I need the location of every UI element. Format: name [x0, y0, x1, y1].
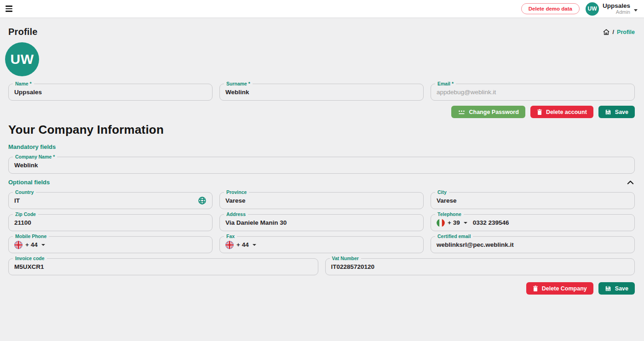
telephone-label: Telephone	[435, 211, 464, 217]
optional-fields-label: Optional fields	[8, 179, 50, 186]
delete-account-label: Delete account	[546, 109, 587, 115]
telephone-field[interactable]: Telephone + 39 0332 239546	[431, 214, 635, 231]
uk-flag-icon	[225, 241, 234, 249]
save-icon	[605, 285, 611, 292]
email-field-value: appdebug@weblink.it	[437, 89, 496, 96]
certified-email-label: Certified email	[435, 233, 473, 239]
save-profile-label: Save	[615, 109, 628, 115]
main-content: Profile / Profile UW Name * Uppsales Sur…	[0, 17, 644, 295]
zip-code-field[interactable]: Zip Code 21100	[8, 214, 213, 231]
surname-field-label: Surname *	[224, 80, 253, 87]
surname-field-value: Weblink	[225, 89, 249, 96]
save-company-button[interactable]: Save	[598, 282, 635, 295]
uk-flag-icon	[14, 241, 23, 249]
delete-account-button[interactable]: Delete account	[530, 106, 593, 118]
delete-company-button[interactable]: Delete Company	[526, 282, 593, 295]
city-field[interactable]: City Varese	[431, 192, 635, 209]
zip-code-value: 21100	[14, 219, 31, 226]
name-field[interactable]: Name * Uppsales	[8, 84, 213, 101]
password-dots-icon	[458, 109, 466, 115]
surname-field[interactable]: Surname * Weblink	[219, 84, 424, 101]
mobile-dial-selector[interactable]: + 44	[14, 241, 45, 249]
trash-icon	[537, 109, 542, 115]
italy-flag-icon	[437, 219, 445, 227]
save-icon	[605, 109, 611, 115]
user-avatar: UW	[586, 2, 599, 16]
caret-down-icon	[41, 244, 45, 246]
save-company-label: Save	[615, 285, 628, 292]
save-profile-button[interactable]: Save	[598, 106, 635, 118]
name-field-value: Uppsales	[14, 89, 42, 96]
invoice-code-value: M5UXCR1	[14, 263, 44, 270]
fax-label: Fax	[224, 233, 237, 239]
profile-avatar[interactable]: UW	[5, 42, 39, 76]
fax-field[interactable]: Fax + 44	[219, 236, 424, 253]
collapse-optional-button[interactable]	[626, 179, 635, 186]
breadcrumb-separator: /	[613, 29, 614, 35]
mobile-dial-code: + 44	[25, 241, 38, 248]
user-role: Admin	[616, 9, 630, 15]
email-field[interactable]: Email * appdebug@weblink.it	[431, 84, 635, 101]
caret-down-icon	[253, 244, 256, 246]
address-label: Address	[224, 211, 248, 217]
address-field[interactable]: Address Via Daniele Manin 30	[219, 214, 424, 231]
company-name-label: Company Name *	[13, 153, 57, 160]
breadcrumb-current[interactable]: Profile	[617, 29, 635, 35]
caret-down-icon	[464, 222, 467, 224]
name-field-label: Name *	[13, 80, 34, 87]
zip-code-label: Zip Code	[13, 211, 38, 217]
user-name: Uppsales	[603, 2, 630, 10]
user-menu[interactable]: UW Uppsales Admin	[586, 2, 638, 16]
top-bar: Delete demo data UW Uppsales Admin	[0, 0, 644, 17]
globe-icon[interactable]	[198, 196, 207, 205]
delete-company-label: Delete Company	[542, 285, 587, 292]
mandatory-fields-label: Mandatory fields	[8, 143, 635, 150]
fax-dial-code: + 44	[236, 241, 249, 248]
email-field-label: Email *	[435, 80, 456, 87]
hamburger-menu-icon[interactable]	[6, 4, 16, 14]
vat-number-label: Vat Number	[330, 255, 361, 261]
country-label: Country	[13, 189, 36, 195]
province-label: Province	[224, 189, 249, 195]
home-icon[interactable]	[603, 28, 610, 36]
page-title: Profile	[8, 27, 38, 37]
certified-email-value: weblinksrl@pec.weblink.it	[437, 241, 514, 248]
company-name-value: Weblink	[14, 162, 38, 169]
vat-number-field[interactable]: Vat Number IT02285720120	[325, 258, 635, 275]
invoice-code-field[interactable]: Invoice code M5UXCR1	[8, 258, 318, 275]
company-name-field[interactable]: Company Name * Weblink	[8, 157, 635, 174]
country-value: IT	[14, 197, 20, 204]
city-value: Varese	[437, 197, 457, 204]
invoice-code-label: Invoice code	[13, 255, 47, 261]
chevron-down-icon	[634, 9, 638, 11]
delete-demo-data-button[interactable]: Delete demo data	[521, 3, 580, 14]
fax-dial-selector[interactable]: + 44	[225, 241, 256, 249]
chevron-up-icon	[627, 180, 634, 185]
mobile-phone-field[interactable]: Mobile Phone + 44	[8, 236, 213, 253]
change-password-label: Change Password	[469, 109, 519, 115]
country-field[interactable]: Country IT	[8, 192, 213, 209]
province-field[interactable]: Province Varese	[219, 192, 424, 209]
province-value: Varese	[225, 197, 246, 204]
change-password-button[interactable]: Change Password	[451, 106, 525, 118]
certified-email-field[interactable]: Certified email weblinksrl@pec.weblink.i…	[431, 236, 635, 253]
company-section-title: Your Company Information	[8, 123, 635, 137]
breadcrumb: / Profile	[603, 28, 635, 36]
telephone-value: 0332 239546	[473, 219, 509, 226]
vat-number-value: IT02285720120	[331, 263, 375, 270]
trash-icon	[533, 285, 538, 292]
mobile-phone-label: Mobile Phone	[13, 233, 49, 239]
address-value: Via Daniele Manin 30	[225, 219, 287, 226]
city-label: City	[435, 189, 449, 195]
telephone-dial-selector[interactable]: + 39	[437, 219, 467, 227]
telephone-dial-code: + 39	[448, 219, 460, 226]
